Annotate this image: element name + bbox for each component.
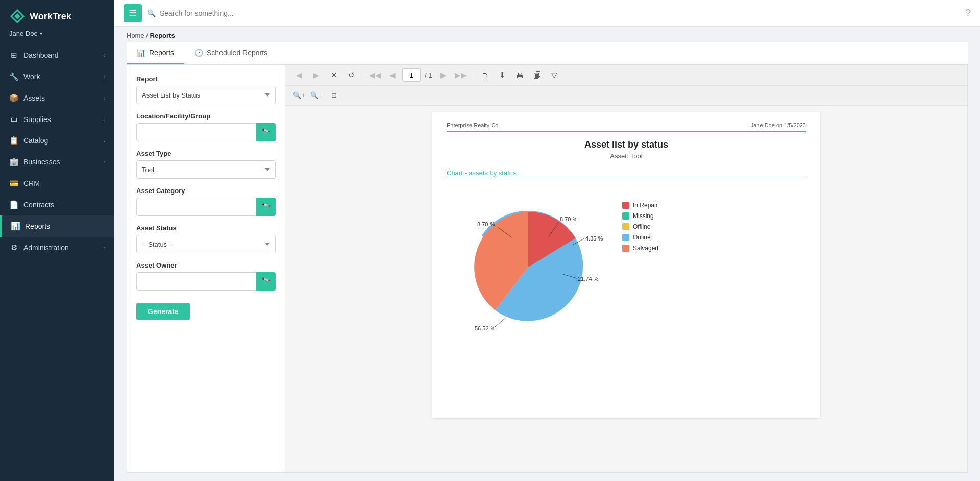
location-input[interactable] <box>136 123 256 141</box>
tb-download-button[interactable]: ⬇ <box>495 68 510 82</box>
location-browse-button[interactable]: 🔭 <box>256 123 276 141</box>
svg-text:21.74 %: 21.74 % <box>578 276 599 282</box>
legend-item-inrepair: In Repair <box>622 202 658 209</box>
tb-edit-button[interactable]: 🗐 <box>529 68 545 82</box>
sidebar-item-supplies[interactable]: 🗂 Supplies ‹ <box>0 109 114 130</box>
breadcrumb-separator: / <box>146 32 148 39</box>
tb-next-button[interactable]: ▶ <box>309 68 324 82</box>
user-dropdown-icon: ▾ <box>40 31 42 36</box>
report-subtitle: Asset: Tool <box>447 152 806 160</box>
asset-owner-browse-button[interactable]: 🔭 <box>256 272 276 291</box>
tab-bar: 📊 Reports 🕐 Scheduled Reports <box>127 42 968 64</box>
tb-refresh-button[interactable]: ↺ <box>344 68 359 82</box>
legend-color-missing <box>622 212 629 220</box>
reports-icon: 📊 <box>11 222 20 231</box>
tb-fit-button[interactable]: ⊡ <box>326 88 341 102</box>
tab-reports-label: Reports <box>149 49 174 57</box>
report-panel: ◀ ▶ ✕ ↺ ◀◀ ◀ / 1 ▶ ▶▶ 🗋 ⬇ 🖶 🗐 ▽ <box>285 65 967 472</box>
tb-filter-button[interactable]: ▽ <box>547 68 562 82</box>
legend-item-salvaged: Salvaged <box>622 245 658 252</box>
tab-scheduled-reports[interactable]: 🕐 Scheduled Reports <box>184 42 278 64</box>
location-section: Location/Facility/Group 🔭 <box>136 112 276 141</box>
tb-newdoc-button[interactable]: 🗋 <box>477 68 493 82</box>
panels: Report Asset List by Status Asset List b… <box>127 64 968 473</box>
tb-forward-button[interactable]: ▶ <box>436 68 451 82</box>
main-area: ☰ 🔍 ? Home / Reports 📊 Reports 🕐 Schedul… <box>114 0 980 481</box>
sidebar-item-label: Supplies <box>23 115 98 124</box>
asset-category-input[interactable] <box>136 198 256 216</box>
topbar: ☰ 🔍 ? <box>114 0 980 27</box>
hamburger-icon: ☰ <box>129 8 137 19</box>
tb-prev-button[interactable]: ◀ <box>291 68 307 82</box>
asset-status-select[interactable]: -- Status -- In Repair Missing Offline O… <box>136 235 276 253</box>
hamburger-button[interactable]: ☰ <box>124 4 142 22</box>
asset-owner-input[interactable] <box>136 272 256 291</box>
report-title: Asset list by status <box>447 139 806 150</box>
location-label: Location/Facility/Group <box>136 112 276 120</box>
chart-area: 8.70 % 8.70 % 4.35 % 21.74 % <box>447 186 806 345</box>
crm-icon: 💳 <box>9 179 18 188</box>
search-input[interactable] <box>160 9 960 17</box>
toolbar-separator <box>363 69 363 81</box>
sidebar-item-reports[interactable]: 📊 Reports <box>0 215 114 237</box>
sidebar-item-catalog[interactable]: 📋 Catalog ‹ <box>0 130 114 151</box>
asset-owner-section: Asset Owner 🔭 <box>136 261 276 291</box>
user-name: Jane Doe <box>9 30 38 37</box>
tb-back-button[interactable]: ◀ <box>385 68 400 82</box>
asset-status-section: Asset Status -- Status -- In Repair Miss… <box>136 224 276 253</box>
sidebar-item-contracts[interactable]: 📄 Contracts <box>0 194 114 215</box>
breadcrumb: Home / Reports <box>114 27 980 42</box>
tab-reports[interactable]: 📊 Reports <box>127 42 184 64</box>
content-area: 📊 Reports 🕐 Scheduled Reports Report Ass… <box>114 42 980 481</box>
chevron-icon: ‹ <box>103 137 105 143</box>
report-select[interactable]: Asset List by Status Asset List by Type … <box>136 86 276 104</box>
legend-label-missing: Missing <box>633 212 654 220</box>
help-icon[interactable]: ? <box>965 7 971 19</box>
report-page: Enterprise Realty Co. Jane Doe on 1/5/20… <box>432 112 820 418</box>
asset-category-browse-button[interactable]: 🔭 <box>256 198 276 216</box>
sidebar-item-work[interactable]: 🔧 Work ‹ <box>0 66 114 87</box>
pie-chart: 8.70 % 8.70 % 4.35 % 21.74 % <box>447 191 610 334</box>
sidebar-item-administration[interactable]: ⚙ Administration ‹ <box>0 237 114 258</box>
binoculars-icon: 🔭 <box>261 277 271 286</box>
sidebar-item-dashboard[interactable]: ⊞ Dashboard ‹ <box>0 44 114 66</box>
tab-scheduled-label: Scheduled Reports <box>207 49 267 57</box>
reports-tab-icon: 📊 <box>137 49 145 57</box>
sidebar-item-crm[interactable]: 💳 CRM <box>0 173 114 194</box>
worktrek-logo-icon <box>9 8 26 25</box>
asset-category-label: Asset Category <box>136 187 276 195</box>
app-name: WorkTrek <box>30 11 71 22</box>
sidebar-item-label: CRM <box>23 179 105 187</box>
breadcrumb-home[interactable]: Home <box>127 32 144 39</box>
binoculars-icon: 🔭 <box>261 202 271 212</box>
tb-zoom-in-button[interactable]: 🔍+ <box>291 88 307 102</box>
svg-line-10 <box>495 318 505 327</box>
tb-close-button[interactable]: ✕ <box>326 68 341 82</box>
legend-color-salvaged <box>622 245 629 252</box>
asset-status-label: Asset Status <box>136 224 276 232</box>
svg-text:56.52 %: 56.52 % <box>475 325 496 331</box>
sidebar-item-businesses[interactable]: 🏢 Businesses ‹ <box>0 151 114 173</box>
tb-last-button[interactable]: ▶▶ <box>453 68 469 82</box>
legend-item-online: Online <box>622 234 658 241</box>
breadcrumb-current: Reports <box>150 32 175 39</box>
page-input[interactable] <box>402 68 421 82</box>
legend-label-offline: Offline <box>633 223 650 230</box>
asset-type-select[interactable]: Tool Equipment Vehicle Furniture <box>136 160 276 179</box>
businesses-icon: 🏢 <box>9 157 18 166</box>
report-section: Report Asset List by Status Asset List b… <box>136 75 276 104</box>
asset-owner-label: Asset Owner <box>136 261 276 269</box>
sidebar-item-label: Assets <box>23 94 98 102</box>
chevron-icon: ‹ <box>103 245 105 251</box>
sidebar-item-assets[interactable]: 📦 Assets ‹ <box>0 87 114 109</box>
tb-first-button[interactable]: ◀◀ <box>368 68 383 82</box>
legend-item-offline: Offline <box>622 223 658 230</box>
report-generated-by: Jane Doe on 1/5/2023 <box>751 122 806 128</box>
tb-zoom-out-button[interactable]: 🔍− <box>309 88 324 102</box>
supplies-icon: 🗂 <box>9 115 18 124</box>
generate-button[interactable]: Generate <box>136 303 190 320</box>
legend-item-missing: Missing <box>622 212 658 220</box>
report-label: Report <box>136 75 276 83</box>
sidebar-user[interactable]: Jane Doe ▾ <box>0 28 114 44</box>
tb-print-button[interactable]: 🖶 <box>512 68 527 82</box>
